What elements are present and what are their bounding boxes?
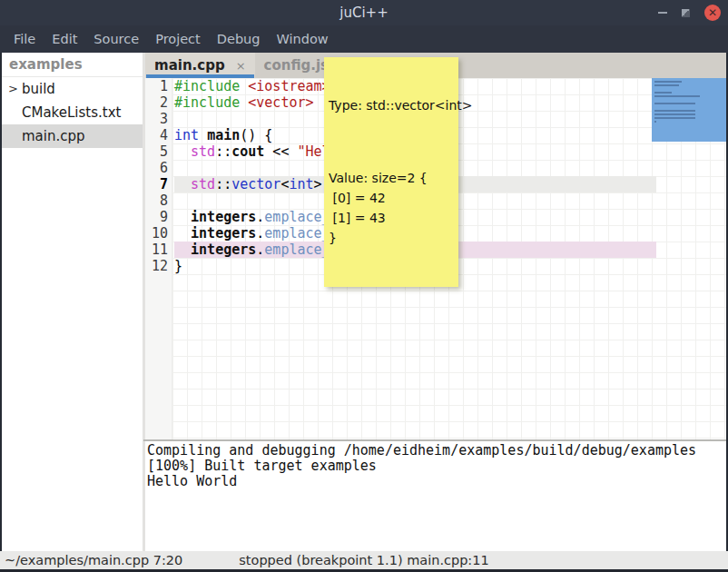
code-token: :: [215,176,231,192]
line-number: 5 [145,143,168,160]
code-token: << [264,143,297,160]
line-number: 1 [145,78,168,94]
code-token [240,94,248,111]
title-bar: juCi++ ✕ [0,0,728,25]
code-token: integers [191,209,256,225]
code-token: integers [191,225,256,242]
code-token: main [207,127,240,143]
sidebar-item-main-cpp[interactable]: main.cpp [2,124,143,148]
terminal-line: [100%] Built target examples [147,459,726,474]
code-token: integers [191,242,256,258]
code-token [174,225,191,242]
code-token [199,127,207,143]
minimap-viewport[interactable] [652,78,726,142]
minimap-code-line [654,103,695,104]
line-number: 4 [145,127,168,143]
line-number: 11 [145,242,168,258]
minimap-code-line [654,92,672,94]
terminal-output[interactable]: Compiling and debugging /home/eidheim/ex… [145,441,726,551]
restore-icon[interactable] [682,9,690,17]
status-debug-state: stopped (breakpoint 1.1) main.cpp:11 [0,551,728,569]
sidebar-item-cmakelists-txt[interactable]: CMakeLists.txt [2,101,143,124]
code-token: vector [231,176,280,192]
terminal-line: Hello World [147,474,726,489]
menu-item-window[interactable]: Window [268,32,336,46]
sidebar-item-label: CMakeLists.txt [22,104,121,121]
sidebar-item-build[interactable]: >build [2,77,143,101]
tooltip-value-block: Value: size=2 { [0] = 42 [1] = 43} [329,168,454,248]
code-token [240,78,248,94]
minimap[interactable] [652,78,728,439]
chevron-right-icon[interactable]: > [8,77,18,101]
line-number: 7 [145,176,168,192]
code-token: std [191,143,215,160]
code-token: <vector> [248,94,313,111]
code-token: #include [174,78,240,94]
code-token: cout [231,143,264,160]
line-number: 3 [145,111,168,127]
window-controls: ✕ [658,0,721,25]
menu-item-file[interactable]: File [5,32,44,46]
tooltip-type-line: Type: std::vector<int> [329,96,454,114]
tab-close-icon[interactable]: × [236,59,246,73]
minimap-code-line [654,84,679,86]
code-token [174,143,191,160]
status-bar: ~/examples/main.cpp 7:20 stopped (breakp… [0,551,728,572]
code-token: } [174,258,182,274]
minimap-code-line [654,113,695,115]
code-token: . [256,225,264,242]
minimap-code-line [654,117,695,119]
sidebar-item-label: main.cpp [22,128,85,144]
file-tree-sidebar: examples >buildCMakeLists.txtmain.cpp [0,53,143,551]
app-window: juCi++ ✕ FileEditSourceProjectDebugWindo… [0,0,728,572]
code-token: std [191,176,215,192]
tab-main-cpp[interactable]: main.cpp× [145,53,255,78]
window-title: juCi++ [339,5,388,21]
minimize-icon[interactable] [658,12,667,14]
close-icon[interactable]: ✕ [704,5,721,21]
code-token: :: [215,143,231,160]
code-token: int [174,127,199,143]
minimap-code-line [654,81,682,83]
tooltip-value-line: [1] = 43 [329,208,454,228]
code-token: <iostream> [248,78,330,94]
line-number: 2 [145,94,168,111]
project-name-header: examples [2,53,143,77]
code-token: int [289,176,313,192]
line-number: 12 [145,258,168,274]
code-token [174,242,191,258]
line-number: 10 [145,225,168,242]
tooltip-value-line: [0] = 42 [329,188,454,208]
code-token [174,209,191,225]
minimap-code-line [654,95,700,97]
line-number: 8 [145,192,168,209]
sidebar-item-label: build [22,81,55,97]
tooltip-value-line: } [329,228,454,248]
minimap-code-line [654,110,695,112]
menu-item-project[interactable]: Project [147,32,209,46]
line-number: 6 [145,160,168,176]
code-token [174,176,191,192]
menu-bar: FileEditSourceProjectDebugWindow [0,25,728,53]
menu-item-edit[interactable]: Edit [44,32,85,46]
menu-item-source[interactable]: Source [85,32,147,46]
terminal-line: Compiling and debugging /home/eidheim/ex… [147,443,726,459]
debug-value-tooltip: Type: std::vector<int> Value: size=2 { [… [324,57,458,287]
code-token: () { [240,127,272,143]
line-number: 9 [145,209,168,225]
menu-item-debug[interactable]: Debug [209,32,269,46]
code-token: . [256,242,264,258]
code-token: . [256,209,264,225]
code-token: #include [174,94,240,111]
tooltip-value-line: Value: size=2 { [329,168,454,188]
tab-label: main.cpp [154,57,225,74]
